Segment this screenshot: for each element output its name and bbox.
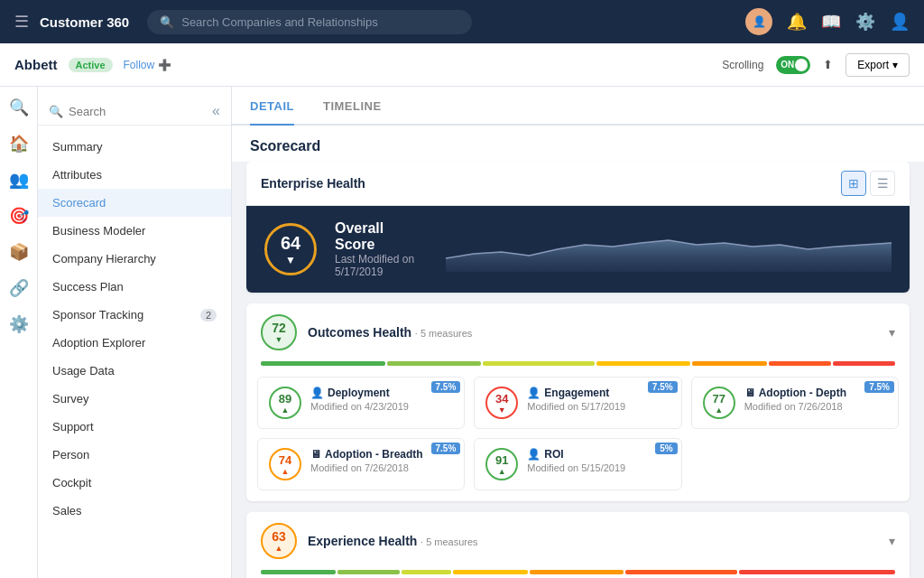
sidebar-search-icon[interactable]: 🔍 xyxy=(9,98,29,117)
nav-item-business-modeler[interactable]: Business Modeler xyxy=(38,217,231,245)
global-search[interactable]: 🔍 xyxy=(147,10,472,34)
experience-health-section: 63 ▲ Experience Health · 5 measures ▾ xyxy=(246,512,910,578)
main-layout: 🔍 🏠 👥 🎯 📦 🔗 ⚙️ 🔍 « Summary Attributes Sc… xyxy=(0,87,924,578)
nav-search-icon: 🔍 xyxy=(49,105,63,118)
icon-sidebar: 🔍 🏠 👥 🎯 📦 🔗 ⚙️ xyxy=(0,87,38,578)
experience-title-wrap: Experience Health · 5 measures xyxy=(308,534,478,548)
score-chart xyxy=(446,227,892,272)
user-avatar[interactable]: 👤 xyxy=(745,8,772,35)
monitor-icon-2: 🖥 xyxy=(310,448,321,461)
adoption-depth-modified: Modified on 7/26/2018 xyxy=(744,401,887,412)
person-icon: 👤 xyxy=(310,387,324,399)
nav-item-person[interactable]: Person xyxy=(38,441,231,469)
roi-modified: Modified on 5/15/2019 xyxy=(527,462,670,473)
avatar[interactable]: 👤 xyxy=(745,8,772,35)
right-controls: Scrolling ON ⬆ Export ▾ xyxy=(722,53,910,77)
adoption-depth-badge: 7.5% xyxy=(864,381,894,393)
overall-score-circle: 64 ▼ xyxy=(264,223,317,275)
share-icon[interactable]: ⬆ xyxy=(823,58,833,71)
plus-icon: ➕ xyxy=(158,59,171,71)
nav-search-wrap: 🔍 « xyxy=(38,98,231,126)
outcomes-score-arrow: ▼ xyxy=(275,335,283,344)
outcomes-title-wrap: Outcomes Health · 5 measures xyxy=(308,325,472,340)
person-icon-2: 👤 xyxy=(527,387,541,399)
metric-card-adoption-breadth: 74 ▲ 🖥 Adoption - Breadth Modified on 7/… xyxy=(257,438,465,490)
deployment-badge: 7.5% xyxy=(431,381,461,393)
nav-icons: 👤 🔔 📖 ⚙️ 👤 xyxy=(745,8,910,35)
toggle-switch[interactable]: ON xyxy=(776,56,810,74)
scorecard-title: Scorecard xyxy=(232,126,924,162)
outcomes-health-section: 72 ▼ Outcomes Health · 5 measures ▾ xyxy=(246,303,910,501)
nav-item-support[interactable]: Support xyxy=(38,413,231,441)
adoption-breadth-modified: Modified on 7/26/2018 xyxy=(310,462,453,473)
left-nav: 🔍 « Summary Attributes Scorecard Busines… xyxy=(38,87,232,578)
sub-nav: Abbett Active Follow ➕ Scrolling ON ⬆ Ex… xyxy=(0,43,924,87)
nav-item-scorecard[interactable]: Scorecard xyxy=(38,189,231,217)
top-nav: ☰ Customer 360 🔍 👤 🔔 📖 ⚙️ 👤 xyxy=(0,0,924,43)
outcomes-health-title: Outcomes Health xyxy=(308,325,411,340)
overall-score-modified: Last Modified on 5/17/2019 xyxy=(335,253,428,278)
engagement-modified: Modified on 5/17/2019 xyxy=(527,401,670,412)
roi-title: 👤 ROI xyxy=(527,448,670,461)
overall-score-arrow: ▼ xyxy=(285,254,296,266)
experience-collapse-icon[interactable]: ▾ xyxy=(889,534,895,548)
sidebar-home-icon[interactable]: 🏠 xyxy=(9,134,29,154)
collapse-nav-icon[interactable]: « xyxy=(212,103,220,119)
nav-item-sponsor-tracking[interactable]: Sponsor Tracking 2 xyxy=(38,301,231,329)
follow-button[interactable]: Follow ➕ xyxy=(124,59,172,71)
nav-item-attributes[interactable]: Attributes xyxy=(38,161,231,189)
book-icon[interactable]: 📖 xyxy=(821,12,841,32)
adoption-breadth-score: 74 ▲ xyxy=(269,448,301,480)
list-view-icon[interactable]: ☰ xyxy=(870,171,895,196)
sponsor-tracking-badge: 2 xyxy=(200,309,217,322)
nav-item-success-plan[interactable]: Success Plan xyxy=(38,273,231,301)
outcomes-health-header[interactable]: 72 ▼ Outcomes Health · 5 measures ▾ xyxy=(246,303,910,361)
nav-item-company-hierarchy[interactable]: Company Hierarchy xyxy=(38,245,231,273)
nav-item-cockpit[interactable]: Cockpit xyxy=(38,469,231,497)
nav-item-sales[interactable]: Sales xyxy=(38,497,231,525)
overall-score-value: 64 xyxy=(281,233,300,254)
sidebar-gear-icon[interactable]: ⚙️ xyxy=(9,314,29,334)
sidebar-box-icon[interactable]: 📦 xyxy=(9,242,29,262)
nav-item-survey[interactable]: Survey xyxy=(38,385,231,413)
outcomes-metric-cards: 89 ▲ 👤 Deployment Modified on 4/23/2019 … xyxy=(246,377,910,501)
adoption-depth-score: 77 ▲ xyxy=(703,387,735,419)
export-button[interactable]: Export ▾ xyxy=(845,53,910,77)
enterprise-health-section: Enterprise Health ⊞ ☰ 64 ▼ Overall Score… xyxy=(246,162,910,293)
sidebar-target-icon[interactable]: 🎯 xyxy=(9,206,29,226)
sidebar-people-icon[interactable]: 👥 xyxy=(9,170,29,190)
nav-item-summary[interactable]: Summary xyxy=(38,133,231,161)
overall-score-info: Overall Score Last Modified on 5/17/2019 xyxy=(335,220,428,278)
deployment-score: 89 ▲ xyxy=(269,387,301,419)
nav-search-input[interactable] xyxy=(69,105,207,118)
scrolling-toggle[interactable]: ON xyxy=(776,56,810,74)
outcomes-collapse-icon[interactable]: ▾ xyxy=(889,325,895,340)
experience-health-title: Experience Health xyxy=(308,534,417,548)
grid-view-icon[interactable]: ⊞ xyxy=(841,171,866,196)
experience-score-value: 63 xyxy=(272,529,286,544)
engagement-score: 34 ▼ xyxy=(485,387,518,419)
sidebar-network-icon[interactable]: 🔗 xyxy=(9,278,29,298)
experience-progress-bar xyxy=(246,570,910,578)
experience-score-circle: 63 ▲ xyxy=(261,523,297,559)
metric-card-engagement: 34 ▼ 👤 Engagement Modified on 5/17/2019 … xyxy=(474,377,681,429)
user-icon[interactable]: 👤 xyxy=(890,12,910,32)
toggle-on-text: ON xyxy=(781,60,794,70)
experience-health-header[interactable]: 63 ▲ Experience Health · 5 measures ▾ xyxy=(246,512,910,570)
bell-icon[interactable]: 🔔 xyxy=(787,12,807,32)
outcomes-score-value: 72 xyxy=(272,321,286,335)
nav-item-adoption-explorer[interactable]: Adoption Explorer xyxy=(38,329,231,357)
adoption-breadth-badge: 7.5% xyxy=(431,443,461,454)
tab-timeline[interactable]: TIMELINE xyxy=(323,87,382,124)
enterprise-header: Enterprise Health ⊞ ☰ xyxy=(246,162,910,206)
menu-icon[interactable]: ☰ xyxy=(14,12,29,32)
outcomes-progress-bar xyxy=(246,361,910,377)
outcomes-measures: · 5 measures xyxy=(415,328,473,339)
tab-detail[interactable]: DETAIL xyxy=(250,87,294,126)
nav-item-usage-data[interactable]: Usage Data xyxy=(38,357,231,385)
outcomes-header-left: 72 ▼ Outcomes Health · 5 measures xyxy=(261,314,472,350)
outcomes-score-circle: 72 ▼ xyxy=(261,314,297,350)
global-search-input[interactable] xyxy=(181,15,459,29)
enterprise-health-title: Enterprise Health xyxy=(261,176,365,191)
settings-icon[interactable]: ⚙️ xyxy=(855,12,875,32)
